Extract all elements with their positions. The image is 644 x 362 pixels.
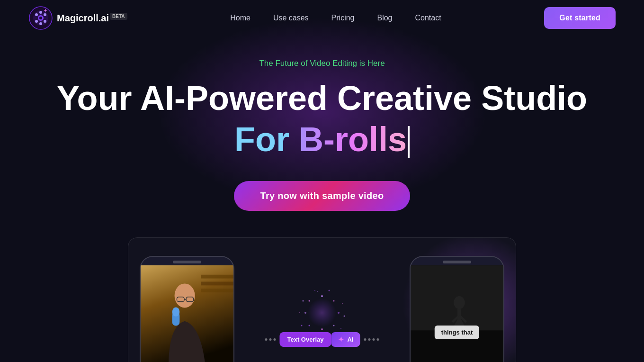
brolls-text: B-rolls (299, 120, 407, 158)
svg-marker-41 (339, 336, 344, 342)
nav-contact[interactable]: Contact (415, 14, 441, 22)
svg-point-23 (333, 300, 335, 301)
svg-point-45 (454, 296, 465, 308)
svg-point-33 (344, 315, 345, 317)
svg-point-2 (39, 11, 42, 14)
logo-text: Magicroll.aiBETA (57, 13, 127, 24)
svg-rect-13 (201, 281, 233, 285)
dot (373, 338, 375, 341)
nav-pricing[interactable]: Pricing (331, 14, 355, 22)
svg-point-32 (342, 303, 343, 304)
ai-label: AI (348, 336, 354, 343)
navbar: Magicroll.aiBETA Home Use cases Pricing … (0, 0, 644, 36)
svg-point-38 (299, 312, 300, 313)
svg-point-40 (314, 290, 315, 291)
svg-point-22 (321, 295, 323, 297)
svg-point-25 (333, 325, 335, 326)
beta-badge: BETA (110, 13, 127, 20)
right-phone-content (411, 265, 503, 362)
nav-blog[interactable]: Blog (377, 14, 392, 22)
logo-icon (28, 6, 53, 30)
dot (273, 338, 276, 341)
overlay-badges: Text Overlay AI (261, 332, 383, 347)
badge-text-overlay[interactable]: Text Overlay (279, 332, 331, 347)
svg-point-5 (39, 22, 42, 25)
dot (377, 338, 379, 341)
get-started-button[interactable]: Get started (544, 7, 616, 29)
svg-point-21 (308, 299, 336, 327)
nav-use-cases[interactable]: Use cases (273, 14, 309, 22)
phone-notch-right (443, 261, 471, 263)
svg-point-27 (309, 325, 310, 326)
svg-point-30 (317, 291, 318, 292)
svg-point-28 (304, 312, 306, 314)
svg-point-26 (321, 328, 323, 330)
right-phone-screen: things that (411, 265, 503, 362)
hero-title-line2: For B-rolls (234, 119, 410, 160)
svg-point-7 (35, 13, 38, 16)
right-phone-mockup: things that (410, 256, 504, 362)
dot (368, 338, 371, 341)
svg-point-31 (329, 290, 330, 291)
hero-subtitle: The Future of Video Editing is Here (259, 59, 385, 68)
dot (269, 338, 271, 341)
dot (265, 338, 267, 341)
svg-point-24 (338, 312, 340, 314)
dot-line-right (360, 338, 383, 341)
dot (364, 338, 367, 341)
svg-point-29 (309, 300, 310, 301)
svg-point-39 (303, 300, 304, 301)
showcase-container: Text Overlay AI (128, 237, 516, 362)
person-with-mic (141, 265, 233, 362)
for-text: For (234, 120, 299, 158)
middle-area: Text Overlay AI (234, 256, 410, 362)
hero-section: The Future of Video Editing is Here Your… (0, 36, 644, 362)
nav-home[interactable]: Home (230, 14, 250, 22)
star-icon (338, 336, 345, 343)
svg-point-4 (44, 20, 46, 23)
svg-rect-12 (201, 274, 233, 278)
svg-point-6 (35, 20, 38, 23)
cursor-blink (408, 126, 410, 158)
svg-point-15 (175, 283, 195, 308)
svg-rect-14 (201, 289, 233, 292)
left-phone-mockup (140, 256, 234, 362)
svg-point-34 (340, 328, 341, 329)
hero-title-line1: Your AI-Powered Creative Studio (57, 80, 587, 117)
nav-links: Home Use cases Pricing Blog Contact (230, 14, 441, 22)
try-sample-button[interactable]: Try now with sample video (234, 181, 411, 211)
svg-point-3 (44, 13, 46, 16)
svg-point-20 (172, 307, 180, 317)
badge-ai[interactable]: AI (331, 332, 360, 347)
dot-line-left (261, 338, 279, 341)
logo[interactable]: Magicroll.aiBETA (28, 6, 127, 30)
svg-point-9 (39, 17, 42, 19)
things-badge: things that (435, 326, 479, 339)
left-phone-screen (141, 265, 233, 362)
phone-notch-left (173, 261, 201, 263)
svg-point-37 (301, 325, 303, 326)
